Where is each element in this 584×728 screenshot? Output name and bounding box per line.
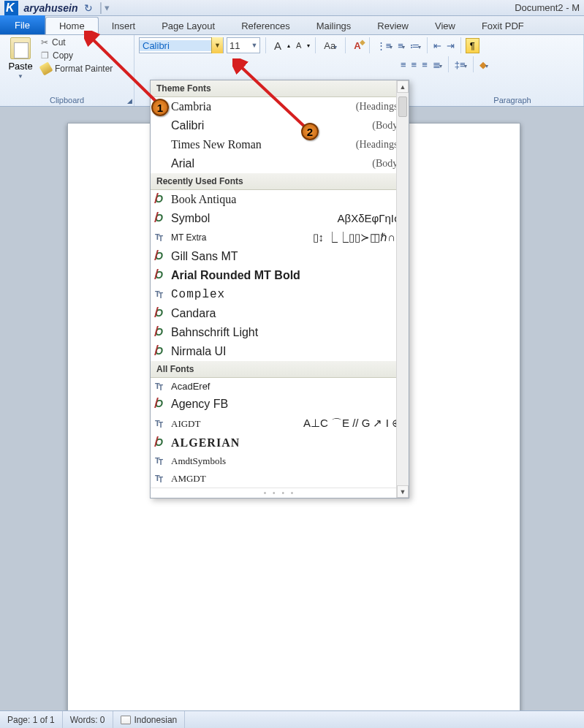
- tab-foxit[interactable]: Foxit PDF: [469, 18, 537, 34]
- status-page[interactable]: Page: 1 of 1: [0, 711, 63, 728]
- change-case-button[interactable]: Aa▾: [321, 39, 340, 53]
- window-title: Document2 - M: [515, 2, 580, 13]
- book-icon: [121, 716, 131, 724]
- truetype-icon: [155, 289, 167, 300]
- clear-formatting-button[interactable]: A◆: [351, 39, 363, 53]
- font-option[interactable]: Bahnschrift Light: [151, 323, 409, 342]
- brand-logo: K: [4, 1, 18, 15]
- font-option-name: AmdtSymbols: [171, 455, 226, 467]
- align-right-button[interactable]: ≡: [420, 58, 429, 71]
- font-option-name: Arial: [171, 157, 194, 170]
- tab-mailings[interactable]: Mailings: [303, 18, 365, 34]
- multilevel-button[interactable]: ≔▾: [409, 39, 422, 52]
- font-option[interactable]: Times New Roman(Headings): [151, 135, 409, 154]
- font-option[interactable]: Calibri(Body): [151, 116, 409, 135]
- font-option-name: Symbol: [171, 212, 210, 225]
- font-option-name: MT Extra: [171, 232, 206, 243]
- annotation-marker-2: 2: [301, 123, 319, 140]
- font-size-dropdown-arrow[interactable]: ▼: [249, 42, 259, 49]
- paragraph-row1: ⋮≡▾ ≡▾ ≔▾ ⇤ ⇥ ¶: [375, 37, 479, 53]
- shading-button[interactable]: ◆▾: [478, 58, 490, 71]
- tab-review[interactable]: Review: [364, 18, 422, 34]
- justify-button[interactable]: ≣▾: [431, 58, 444, 71]
- font-option[interactable]: MT Extra▯↕ ⎿⎿▯▯≻◫ℏ∩▯: [151, 228, 409, 247]
- decrease-indent-button[interactable]: ⇤: [432, 39, 443, 52]
- title-bar: K aryahusein ↻ │▾ Document2 - M: [0, 0, 584, 16]
- qat-divider: │▾: [99, 2, 110, 13]
- font-option[interactable]: Agency FB: [151, 395, 409, 414]
- font-dropdown-panel: Theme Fonts Cambria(Headings)Calibri(Bod…: [150, 80, 409, 498]
- tab-view[interactable]: View: [422, 18, 469, 34]
- truetype-icon: [155, 382, 167, 392]
- font-option[interactable]: AMGDT: [151, 470, 409, 488]
- opentype-icon: [155, 308, 167, 319]
- font-option-name: Arial Rounded MT Bold: [171, 269, 300, 282]
- scroll-up-icon[interactable]: ▲: [397, 80, 409, 93]
- copy-button[interactable]: ❐Copy: [41, 50, 113, 61]
- redo-icon[interactable]: ↻: [84, 2, 93, 14]
- font-option[interactable]: Candara: [151, 304, 409, 323]
- file-tab[interactable]: File: [0, 15, 45, 34]
- font-option[interactable]: ALGERIAN: [151, 433, 409, 452]
- font-option[interactable]: Complex: [151, 285, 409, 304]
- font-option[interactable]: SymbolΑβΧδΕφΓηΙϕ: [151, 209, 409, 228]
- status-language[interactable]: Indonesian: [113, 711, 186, 728]
- tab-references[interactable]: References: [228, 18, 303, 34]
- clipboard-dialog-launcher[interactable]: ◢: [127, 97, 132, 105]
- grow-font-button[interactable]: A: [271, 38, 284, 53]
- tab-page-layout[interactable]: Page Layout: [148, 18, 228, 34]
- resize-grip[interactable]: • • • •: [151, 488, 409, 498]
- font-option-name: Complex: [171, 288, 225, 301]
- scissors-icon: ✂: [41, 37, 48, 48]
- font-option[interactable]: AmdtSymbols: [151, 452, 409, 470]
- font-option-name: Times New Roman: [171, 138, 262, 151]
- font-option-role: (Headings): [356, 101, 401, 113]
- truetype-icon: [155, 419, 167, 429]
- scroll-down-icon[interactable]: ▼: [397, 485, 409, 498]
- font-option[interactable]: Book Antiqua: [151, 190, 409, 209]
- font-option[interactable]: Nirmala UI: [151, 342, 409, 361]
- align-center-button[interactable]: ≡: [410, 58, 419, 71]
- font-option[interactable]: Cambria(Headings): [151, 97, 409, 116]
- font-option-name: Calibri: [171, 119, 204, 132]
- tab-home[interactable]: Home: [45, 17, 99, 34]
- recent-fonts-header: Recently Used Fonts: [151, 173, 409, 190]
- font-option-preview: ΑβΧδΕφΓηΙϕ: [338, 212, 402, 225]
- font-option-preview: ▯↕ ⎿⎿▯▯≻◫ℏ∩▯: [313, 231, 401, 244]
- font-size-combobox[interactable]: 11 ▼: [227, 37, 260, 53]
- show-hide-button[interactable]: ¶: [466, 38, 479, 53]
- numbering-button[interactable]: ≡▾: [396, 39, 406, 52]
- align-left-button[interactable]: ≡: [399, 58, 408, 71]
- font-dropdown-arrow[interactable]: ▼: [211, 37, 223, 53]
- truetype-icon: [155, 232, 167, 243]
- opentype-icon: [155, 327, 167, 338]
- font-option-name: Nirmala UI: [171, 345, 227, 358]
- truetype-icon: [155, 474, 167, 484]
- font-name-combobox[interactable]: Calibri ▼: [139, 37, 224, 53]
- dropdown-scrollbar[interactable]: ▲ ▼: [396, 80, 409, 498]
- font-option[interactable]: Arial(Body): [151, 154, 409, 173]
- font-option[interactable]: Arial Rounded MT Bold: [151, 266, 409, 285]
- format-painter-button[interactable]: Format Painter: [41, 64, 113, 74]
- font-size-value[interactable]: 11: [227, 40, 249, 51]
- bullets-button[interactable]: ⋮≡▾: [375, 39, 395, 52]
- line-spacing-button[interactable]: ‡≡▾: [453, 58, 469, 71]
- scroll-thumb[interactable]: [398, 96, 407, 117]
- brush-icon: [39, 61, 53, 75]
- font-option[interactable]: AIGDTA⊥C ⌒E // G ↗ I ⊕: [151, 414, 409, 433]
- clipboard-group-label: Clipboard: [4, 96, 129, 106]
- group-clipboard: Paste ▼ ✂Cut ❐Copy Format Painter Clipbo…: [0, 35, 134, 106]
- font-option[interactable]: AcadEref: [151, 378, 409, 395]
- shrink-font-button[interactable]: A: [293, 39, 304, 51]
- font-option[interactable]: Gill Sans MT: [151, 247, 409, 266]
- increase-indent-button[interactable]: ⇥: [445, 39, 456, 52]
- opentype-icon: [155, 270, 167, 281]
- tab-insert[interactable]: Insert: [99, 18, 149, 34]
- font-option-name: Bahnschrift Light: [171, 326, 258, 339]
- cut-button[interactable]: ✂Cut: [41, 37, 113, 48]
- status-words[interactable]: Words: 0: [63, 711, 113, 728]
- font-name-value[interactable]: Calibri: [140, 40, 211, 51]
- font-option-name: ALGERIAN: [171, 436, 240, 450]
- theme-fonts-header: Theme Fonts: [151, 80, 409, 97]
- paste-button[interactable]: Paste ▼: [4, 37, 37, 80]
